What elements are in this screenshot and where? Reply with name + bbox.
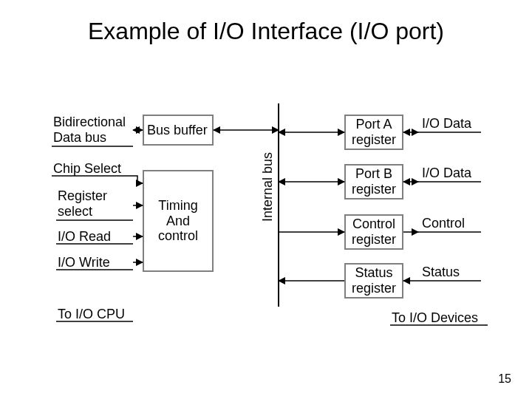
slide-title: Example of I/O Interface (I/O port) bbox=[0, 18, 532, 45]
page-number: 15 bbox=[498, 372, 511, 386]
block-status-register: Status register bbox=[344, 263, 403, 299]
block-bus-buffer: Bus buffer bbox=[143, 115, 214, 146]
label-to-io-cpu: To I/O CPU bbox=[58, 307, 125, 322]
block-control-register: Control register bbox=[344, 214, 403, 250]
block-timing-and-control: Timing And control bbox=[143, 170, 214, 272]
block-port-a-register: Port A register bbox=[344, 115, 403, 150]
label-bidirectional-data-bus: Bidirectional Data bus bbox=[53, 115, 126, 145]
label-io-write: I/O Write bbox=[58, 255, 110, 270]
label-io-read: I/O Read bbox=[58, 229, 111, 245]
block-port-b-register: Port B register bbox=[344, 164, 403, 200]
label-register-select: Register select bbox=[58, 188, 107, 219]
label-control: Control bbox=[422, 216, 465, 231]
label-to-io-devices: To I/O Devices bbox=[392, 310, 478, 326]
label-internal-bus: Internal bus bbox=[260, 152, 276, 222]
label-io-data-1: I/O Data bbox=[422, 116, 471, 132]
label-io-data-2: I/O Data bbox=[422, 166, 471, 181]
label-chip-select: Chip Select bbox=[53, 161, 121, 177]
label-status: Status bbox=[422, 265, 460, 280]
